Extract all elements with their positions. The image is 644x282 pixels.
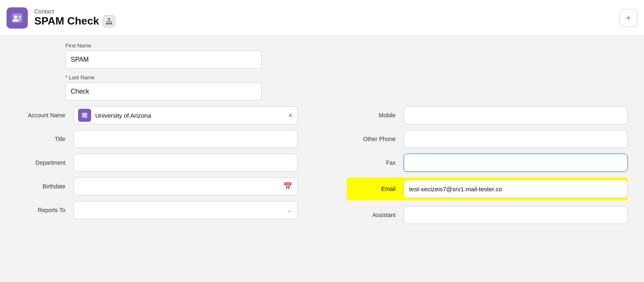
first-name-input[interactable]: [65, 51, 262, 69]
email-label: Email: [347, 186, 404, 192]
email-value[interactable]: test-xecizeis7@srv1.mail-tester.co: [404, 180, 628, 198]
first-name-wrapper: First Name: [65, 43, 644, 69]
mobile-group: Mobile: [347, 106, 628, 124]
last-name-wrapper: Last Name: [65, 74, 644, 101]
svg-rect-15: [83, 114, 84, 115]
svg-rect-21: [82, 113, 87, 114]
calendar-icon: 📅: [283, 182, 292, 191]
svg-rect-18: [83, 116, 84, 117]
mobile-input[interactable]: [404, 106, 628, 124]
account-name-label: Account Name: [16, 112, 74, 119]
svg-rect-14: [82, 114, 87, 118]
other-phone-label: Other Phone: [347, 136, 404, 142]
svg-rect-7: [108, 23, 110, 24]
app-header: Contact SPAM Check: [0, 0, 644, 36]
first-name-label: First Name: [65, 43, 644, 49]
department-input[interactable]: [74, 154, 297, 172]
svg-rect-20: [85, 116, 86, 117]
account-clear-button[interactable]: ✕: [288, 112, 293, 119]
header-subtitle: Contact: [34, 8, 115, 15]
contact-app-icon: [7, 7, 28, 29]
last-name-input[interactable]: [65, 83, 262, 101]
reports-to-arrow: ⌄: [287, 207, 292, 213]
email-group: Email test-xecizeis7@srv1.mail-tester.co: [347, 177, 628, 200]
title-group: Title: [16, 130, 297, 148]
contact-svg: [11, 12, 23, 24]
header-title-group: Contact SPAM Check: [34, 8, 115, 27]
assistant-input[interactable]: [404, 206, 628, 224]
other-phone-input[interactable]: [404, 130, 628, 148]
birthdate-field[interactable]: 📅: [74, 177, 297, 195]
svg-rect-5: [108, 18, 110, 19]
svg-rect-8: [110, 23, 112, 24]
header-left: Contact SPAM Check: [7, 7, 115, 29]
page-title: SPAM Check: [34, 15, 99, 27]
svg-rect-17: [85, 114, 86, 115]
svg-rect-2: [19, 16, 21, 17]
last-name-label: Last Name: [65, 74, 644, 81]
reports-to-group: Reports To ⌄: [16, 201, 297, 219]
svg-rect-3: [19, 17, 21, 18]
reports-to-label: Reports To: [16, 207, 74, 213]
birthdate-group: Birthdate 📅: [16, 177, 297, 195]
department-group: Department: [16, 154, 297, 172]
hierarchy-svg: [105, 18, 113, 25]
account-name-value: University of Arizona: [95, 112, 284, 119]
header-title-row: SPAM Check: [34, 15, 115, 27]
form-area: First Name Last Name Account Name: [0, 36, 644, 282]
svg-point-1: [14, 15, 18, 18]
svg-rect-16: [84, 114, 85, 115]
building-svg: [81, 112, 88, 119]
left-column: Account Name: [16, 106, 322, 230]
account-building-icon: [78, 109, 91, 122]
fax-group: Fax: [347, 154, 628, 172]
birthdate-label: Birthdate: [16, 183, 74, 190]
add-button[interactable]: +: [619, 9, 637, 27]
fax-label: Fax: [347, 159, 404, 166]
other-phone-group: Other Phone: [347, 130, 628, 148]
account-name-field[interactable]: University of Arizona ✕: [74, 106, 297, 124]
title-input[interactable]: [74, 130, 297, 148]
department-label: Department: [16, 159, 74, 166]
assistant-group: Assistant: [347, 206, 628, 224]
svg-rect-19: [84, 116, 85, 117]
hierarchy-button[interactable]: [103, 15, 115, 27]
account-name-group: Account Name: [16, 106, 297, 124]
email-text: test-xecizeis7@srv1.mail-tester.co: [409, 186, 502, 192]
title-label: Title: [16, 136, 74, 142]
fax-input[interactable]: [404, 154, 628, 172]
form-columns: Account Name: [0, 106, 644, 230]
right-column: Mobile Other Phone Fax Email test-xecize…: [322, 106, 628, 230]
assistant-label: Assistant: [347, 212, 404, 218]
svg-rect-4: [19, 19, 20, 20]
mobile-label: Mobile: [347, 112, 404, 119]
reports-to-field[interactable]: ⌄: [74, 201, 297, 219]
name-section: First Name Last Name: [0, 43, 644, 101]
svg-rect-6: [106, 23, 108, 24]
